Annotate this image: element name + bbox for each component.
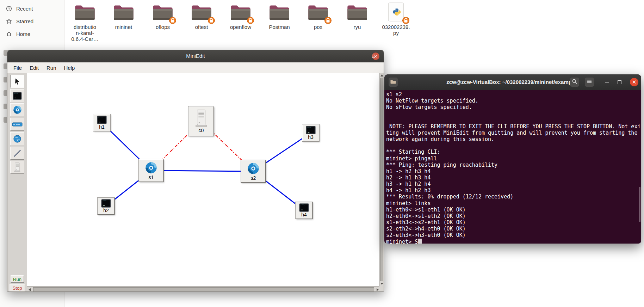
file-item-openflow[interactable]: openflow [222, 2, 259, 30]
node-label: h4 [301, 212, 307, 217]
terminal-titlebar[interactable]: zcw@zcw-VirtualBox: ~/032002239/mininet/… [384, 74, 641, 90]
file-item-ryu[interactable]: ryu [339, 2, 376, 30]
file-name: oflops [144, 24, 181, 30]
terminal-close-button[interactable]: ✕ [630, 78, 638, 86]
host-icon [13, 92, 22, 100]
terminal-line [386, 110, 641, 117]
scroll-up-icon [380, 74, 383, 76]
node-h1[interactable]: h1 [93, 114, 110, 131]
terminal-line: s1-eth3<->s2-eth1 (OK OK) [386, 219, 641, 226]
lock-emblem-icon [208, 17, 215, 24]
node-s2[interactable]: s2 [241, 160, 266, 183]
terminal-window: zcw@zcw-VirtualBox: ~/032002239/mininet/… [384, 74, 641, 244]
lock-emblem-icon [169, 17, 176, 24]
select-tool-button[interactable] [10, 75, 24, 88]
terminal-maximize-button[interactable] [618, 80, 621, 84]
node-h4[interactable]: h4 [296, 202, 312, 219]
host-tool-button[interactable] [10, 89, 24, 102]
terminal-line: s1 s2 [386, 91, 641, 98]
terminal-line: mininet> pingall [386, 155, 641, 162]
node-c0[interactable]: c0 [188, 106, 214, 136]
terminal-line: h1 -> h2 h3 h4 [386, 168, 641, 174]
node-h2[interactable]: h2 [98, 198, 114, 215]
stop-button[interactable]: Stop [10, 284, 25, 292]
desktop: RecentStarredHome distribution-karaf-0.6… [0, 0, 644, 307]
file-name: Postman [261, 24, 298, 30]
file-item-oflops[interactable]: oflops [144, 2, 181, 30]
vertical-scrollbar-thumb[interactable] [380, 78, 383, 281]
folder-icon [268, 4, 290, 23]
terminal-line: h2 -> h1 h3 h4 [386, 174, 641, 181]
host-icon [97, 116, 107, 124]
menu-help[interactable]: Help [60, 63, 79, 72]
run-button[interactable]: Run [11, 275, 24, 283]
menu-run[interactable]: Run [43, 63, 60, 72]
node-label: h3 [308, 135, 314, 140]
miniedit-titlebar[interactable]: MiniEdit × [7, 50, 384, 62]
legacy-router-icon [13, 135, 21, 143]
terminal-body[interactable]: s1 s2No NetFlow targets specified.No sFl… [384, 90, 641, 244]
scroll-right-icon [377, 288, 379, 291]
host-icon [306, 126, 316, 134]
menu-edit[interactable]: Edit [26, 63, 43, 72]
controller-icon [194, 109, 208, 128]
maximize-button[interactable] [372, 55, 375, 58]
terminal-cursor [418, 239, 422, 244]
vertical-scrollbar[interactable] [379, 73, 384, 286]
file-item-postman[interactable]: Postman [261, 2, 298, 30]
menu-file[interactable]: File [10, 63, 26, 72]
node-s1[interactable]: s1 [139, 159, 163, 182]
file-name: ryu [339, 24, 376, 30]
select-icon [13, 78, 21, 85]
terminal-minimize-button[interactable] [604, 79, 609, 86]
horizontal-scrollbar-thumb[interactable] [33, 287, 374, 292]
terminal-tab-button[interactable] [389, 78, 398, 87]
python-file-icon [388, 2, 404, 23]
horizontal-scrollbar[interactable] [27, 286, 380, 292]
legacy-router-tool-button[interactable] [10, 132, 24, 145]
file-name: pox [300, 24, 336, 30]
hamburger-icon [587, 79, 592, 86]
tool-palette: Run Stop [7, 73, 27, 291]
file-item-oftest[interactable]: oftest [183, 2, 220, 30]
terminal-line: No sFlow targets specified. [386, 104, 641, 110]
terminal-line: h3 -> h1 h2 h4 [386, 181, 641, 187]
miniedit-window: MiniEdit × File Edit Run Help Run Stop h… [7, 50, 384, 292]
file-item-pox[interactable]: pox [300, 2, 336, 30]
file-name: oftest [183, 24, 220, 30]
legacy-switch-tool-button[interactable] [10, 118, 24, 131]
node-label: h1 [99, 124, 105, 130]
terminal-line: *** Starting CLI: [386, 149, 641, 155]
terminal-line: No NetFlow targets specified. [386, 98, 641, 104]
terminal-scrollbar[interactable] [639, 187, 640, 222]
terminal-line [386, 117, 641, 123]
search-button[interactable] [570, 78, 579, 87]
lock-emblem-icon [402, 17, 409, 24]
terminal-line: s2-eth2<->h4-eth0 (OK OK) [386, 226, 641, 232]
menu-button[interactable] [585, 78, 594, 87]
scrollbar-corner [379, 286, 384, 292]
controller-tool-button[interactable] [10, 161, 24, 174]
link-s1-s2[interactable] [151, 171, 253, 171]
lock-emblem-icon [247, 17, 254, 24]
switch-icon [144, 161, 158, 174]
file-name: openflow [222, 24, 259, 30]
host-icon [299, 203, 309, 212]
topology-canvas[interactable]: h1h2h3h4s1s2c0 [27, 73, 380, 286]
node-label: c0 [199, 128, 204, 133]
file-item-032002239-py[interactable]: 032002239.py [378, 2, 414, 36]
file-grid: distribution-karaf-0.6.4-Car…mininetoflo… [0, 0, 644, 49]
file-item-distribution-karaf-0-6-4-car[interactable]: distribution-karaf-0.6.4-Car… [67, 2, 103, 42]
node-h3[interactable]: h3 [302, 124, 319, 141]
controller-icon [14, 162, 21, 172]
link-tool-button[interactable] [10, 147, 24, 160]
file-item-mininet[interactable]: mininet [105, 2, 142, 30]
terminal-line: mininet> S [386, 239, 641, 244]
host-icon [101, 199, 111, 208]
window-title: MiniEdit [7, 50, 384, 62]
terminal-line: h1-eth0<->s1-eth1 (OK OK) [386, 207, 641, 213]
maximize-icon [372, 55, 375, 58]
switch-tool-button[interactable] [10, 103, 24, 116]
terminal-line: network again during this session. [386, 136, 641, 142]
link-icon [13, 149, 21, 158]
